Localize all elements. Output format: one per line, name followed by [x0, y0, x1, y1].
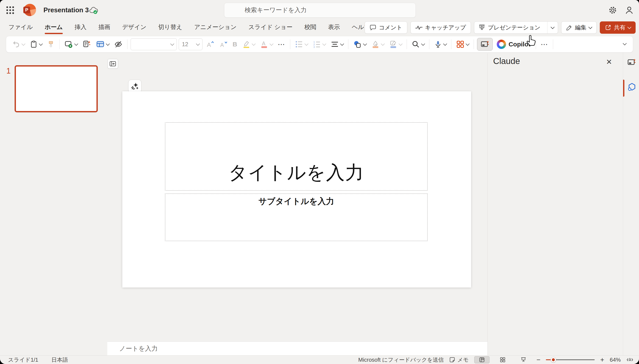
- presentation-screen-icon: [478, 24, 485, 31]
- present-split-button[interactable]: プレゼンテーション: [474, 22, 558, 34]
- copilot-logo-icon: [497, 40, 506, 49]
- numbering-button[interactable]: 1 2 3: [311, 39, 327, 50]
- tab-insert[interactable]: 挿入: [74, 22, 87, 34]
- layout-icon: [96, 40, 105, 48]
- bullet-list-icon: [295, 40, 303, 48]
- subtitle-placeholder[interactable]: サブタイトルを入力: [165, 194, 428, 241]
- font-size-combobox[interactable]: 12: [179, 38, 203, 50]
- ai-rewrite-button[interactable]: [128, 80, 141, 93]
- normal-view-button[interactable]: [474, 356, 489, 363]
- search-icon: [411, 40, 420, 48]
- undo-button[interactable]: [11, 39, 26, 50]
- present-dropdown[interactable]: [547, 22, 558, 34]
- slide-thumbnail-1[interactable]: [15, 65, 98, 112]
- copilot-label: Copilot: [509, 41, 530, 48]
- share-button[interactable]: 共有: [600, 22, 635, 34]
- ellipsis-icon: ⋯: [541, 40, 548, 48]
- powerpoint-logo-icon[interactable]: P: [24, 4, 36, 16]
- zoom-slider[interactable]: [546, 357, 595, 362]
- tab-slideshow[interactable]: スライド ショー: [248, 22, 293, 34]
- font-color-button[interactable]: A: [258, 39, 274, 50]
- tab-home[interactable]: ホーム: [44, 22, 63, 34]
- language-selector[interactable]: 日本語: [52, 356, 68, 364]
- powerpoint-logo-letter: P: [23, 6, 30, 13]
- pulse-icon: [415, 25, 422, 30]
- tab-animations[interactable]: アニメーション: [194, 22, 237, 34]
- account-button[interactable]: [624, 5, 634, 15]
- gear-icon: [608, 6, 617, 14]
- comments-button[interactable]: コメント: [365, 22, 407, 34]
- copilot-button[interactable]: Copilot: [495, 38, 532, 50]
- shapes-button[interactable]: [352, 39, 368, 50]
- undo-icon: [12, 40, 20, 48]
- document-title[interactable]: Presentation 3: [44, 6, 89, 14]
- catch-up-button[interactable]: キャッチアップ: [410, 22, 471, 34]
- search-input[interactable]: 検索キーワードを入力: [224, 3, 416, 18]
- tab-file[interactable]: ファイル: [8, 22, 33, 34]
- grow-font-button[interactable]: A: [204, 39, 216, 50]
- shape-outline-button[interactable]: [388, 39, 403, 50]
- tab-transitions[interactable]: 切り替え: [158, 22, 183, 34]
- fit-to-window-button[interactable]: [626, 357, 633, 363]
- ai-sparkle-icon: [131, 82, 139, 90]
- slide-sorter-view-button[interactable]: [495, 356, 510, 363]
- settings-button[interactable]: [608, 5, 618, 15]
- tab-design[interactable]: デザイン: [122, 22, 147, 34]
- rail-claude-button[interactable]: [626, 82, 637, 92]
- more-ribbon-commands-button[interactable]: ⋯: [539, 39, 550, 50]
- feedback-link[interactable]: Microsoft にフィードバックを送信: [358, 356, 444, 364]
- designer-suggestions-button[interactable]: [81, 39, 93, 50]
- collapse-thumbnails-button[interactable]: [108, 59, 118, 69]
- tab-draw[interactable]: 描画: [98, 22, 111, 34]
- align-button[interactable]: [329, 39, 345, 50]
- status-left: スライド1/1 日本語: [0, 356, 68, 364]
- microphone-icon: [434, 40, 442, 48]
- layout-button[interactable]: [94, 39, 111, 50]
- accessibility-check-button[interactable]: [113, 39, 124, 50]
- close-panel-button[interactable]: ✕: [606, 58, 612, 66]
- numbered-list-icon: 1 2 3: [313, 40, 321, 48]
- highlight-color-button[interactable]: [241, 39, 257, 50]
- tab-review[interactable]: 校閲: [304, 22, 317, 34]
- bold-button[interactable]: B: [231, 40, 239, 49]
- slide-thumbnail-panel: 1: [0, 52, 107, 355]
- designer-panel-icon: [627, 58, 636, 67]
- slide-editing-surface[interactable]: タイトルを入力 サブタイトルを入力: [122, 91, 471, 288]
- zoom-in-button[interactable]: +: [600, 356, 604, 363]
- rail-designer-button[interactable]: [626, 57, 637, 68]
- new-slide-button[interactable]: [63, 39, 79, 50]
- notes-input[interactable]: ノートを入力: [107, 342, 487, 355]
- app-launcher-icon[interactable]: [6, 6, 15, 15]
- dictate-button[interactable]: [432, 39, 448, 50]
- designer-panel-button[interactable]: [477, 38, 493, 51]
- paste-button[interactable]: [28, 39, 44, 50]
- status-right: Microsoft にフィードバックを送信 メモ: [358, 356, 639, 364]
- title-placeholder[interactable]: タイトルを入力: [165, 122, 428, 191]
- shape-fill-button[interactable]: [370, 39, 386, 50]
- fit-slide-icon: [626, 357, 633, 363]
- slide-counter[interactable]: スライド1/1: [8, 356, 38, 364]
- bullets-button[interactable]: [293, 39, 309, 50]
- format-painter-button[interactable]: [46, 39, 56, 50]
- find-button[interactable]: [410, 39, 426, 50]
- cloud-saved-icon[interactable]: [89, 6, 98, 14]
- notes-toggle[interactable]: メモ: [449, 356, 468, 364]
- notes-toggle-label: メモ: [457, 356, 468, 364]
- zoom-slider-thumb[interactable]: [551, 357, 556, 362]
- tab-view[interactable]: 表示: [328, 22, 340, 34]
- slideshow-view-button[interactable]: [516, 356, 531, 363]
- panel-title: Claude: [493, 56, 520, 66]
- ribbon-display-options-button[interactable]: [621, 40, 628, 48]
- powerpoint-web-window: P Presentation 3 検索キーワードを入力: [0, 0, 639, 364]
- edit-mode-button[interactable]: 編集: [561, 22, 596, 34]
- font-name-combobox[interactable]: [131, 38, 177, 50]
- subtitle-placeholder-text: サブタイトルを入力: [258, 196, 334, 207]
- more-font-options-button[interactable]: ⋯: [276, 39, 287, 50]
- menu-actions: コメント キャッチアップ プレゼンテーション: [365, 21, 635, 34]
- share-icon: [605, 24, 611, 31]
- apps-grid-button[interactable]: [454, 39, 470, 50]
- zoom-level[interactable]: 64%: [610, 356, 621, 363]
- zoom-out-button[interactable]: −: [537, 356, 541, 363]
- shrink-font-button[interactable]: A: [218, 39, 229, 50]
- present-button[interactable]: プレゼンテーション: [474, 22, 545, 34]
